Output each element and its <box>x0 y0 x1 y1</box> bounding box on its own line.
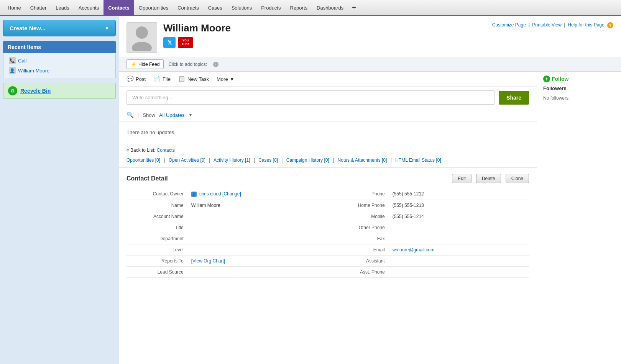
followers-label: Followers <box>543 85 615 93</box>
department-value <box>187 233 328 244</box>
feed-bar: ⚡ Hide Feed Click to add topics: i <box>119 57 621 72</box>
pipe-separator: | <box>138 112 139 118</box>
nav-leads[interactable]: Leads <box>51 0 74 16</box>
more-chevron-icon: ▼ <box>230 76 235 82</box>
nav-cases[interactable]: Cases <box>204 0 227 16</box>
nav-contacts[interactable]: Contacts <box>104 0 134 16</box>
main-content: William Moore 𝕏 YouTube Customize Page |… <box>119 16 621 364</box>
recycle-bin-link[interactable]: Recycle Bin <box>20 88 51 94</box>
nav-accounts[interactable]: Accounts <box>74 0 104 16</box>
recent-item-call[interactable]: 📞 Call <box>7 56 112 66</box>
printable-view-link[interactable]: Printable View <box>532 22 562 28</box>
owner-link[interactable]: cims cloud <box>199 191 221 197</box>
view-org-chart-link[interactable]: [View Org Chart] <box>191 258 225 264</box>
owner-change-link[interactable]: [Change] <box>222 191 241 197</box>
level-label: Level <box>127 244 187 255</box>
back-contacts-link[interactable]: Contacts <box>157 148 175 153</box>
assistant-value <box>389 255 529 266</box>
customize-page-link[interactable]: Customize Page <box>492 22 526 28</box>
name-label: Name <box>127 200 187 211</box>
lead-source-label: Lead Source <box>127 266 187 277</box>
asst-phone-label: Asst. Phone <box>328 266 389 277</box>
department-label: Department <box>127 233 187 244</box>
phone-label: Phone <box>328 189 389 200</box>
no-followers-text: No followers. <box>543 95 615 101</box>
add-topics-label[interactable]: Click to add topics: <box>168 62 207 67</box>
new-task-action[interactable]: 📋 New Task <box>178 75 209 82</box>
opportunities-link[interactable]: Opportunities [0] <box>127 157 160 163</box>
contact-icon: 👤 <box>9 67 16 74</box>
post-action[interactable]: 💬 Post <box>127 75 146 82</box>
notes-attachments-link[interactable]: Notes & Attachments [0] <box>338 157 387 163</box>
title-label: Title <box>127 222 187 233</box>
page-actions: Customize Page | Printable View | Help f… <box>492 22 613 28</box>
table-row: Account Name Mobile (555) 555-1214 <box>127 211 529 222</box>
account-name-value <box>187 211 328 222</box>
email-link[interactable]: wmoore@gmail.com <box>393 247 435 253</box>
updates-dropdown-arrow-icon[interactable]: ▼ <box>188 113 192 117</box>
recycle-bin-section[interactable]: ♻ Recycle Bin <box>3 83 116 99</box>
search-icon[interactable]: 🔍 <box>127 111 134 118</box>
help-link[interactable]: Help for this Page <box>568 22 604 28</box>
table-row: Lead Source Asst. Phone <box>127 266 529 277</box>
nav-contracts[interactable]: Contracts <box>173 0 204 16</box>
nav-opportunities[interactable]: Opportunities <box>134 0 173 16</box>
table-row: Contact Owner 👤 cims cloud [Change] Phon… <box>127 189 529 200</box>
show-label: Show <box>143 112 155 118</box>
topics-info-icon: i <box>213 62 219 67</box>
title-value <box>187 222 328 233</box>
sidebar: Create New... ▼ Recent Items 📞 Call 👤 Wi… <box>0 16 119 364</box>
nav-dashboards[interactable]: Dashboards <box>312 0 348 16</box>
more-dropdown[interactable]: More ▼ <box>217 76 235 82</box>
nav-reports[interactable]: Reports <box>285 0 312 16</box>
back-prefix: « Back to List: <box>127 148 157 153</box>
activity-history-link[interactable]: Activity History [1] <box>214 157 250 163</box>
share-button[interactable]: Share <box>499 91 529 105</box>
name-value: William Moore <box>187 200 328 211</box>
nav-plus[interactable]: + <box>348 4 360 12</box>
post-icon: 💬 <box>127 75 134 82</box>
recent-items-section: Recent Items 📞 Call 👤 William Moore <box>3 41 116 78</box>
file-icon: 📄 <box>153 75 161 82</box>
contact-info: William Moore 𝕏 YouTube <box>163 22 231 48</box>
edit-button[interactable]: Edit <box>452 174 472 183</box>
nav-chatter[interactable]: Chatter <box>26 0 51 16</box>
help-icon: ? <box>607 22 613 28</box>
content-with-sidebar: 💬 Post 📄 File 📋 New Task More ▼ <box>119 72 621 284</box>
file-action[interactable]: 📄 File <box>153 75 171 82</box>
other-phone-value <box>389 222 529 233</box>
call-icon: 📞 <box>9 57 16 64</box>
nav-home[interactable]: Home <box>3 0 26 16</box>
svg-point-1 <box>132 42 152 51</box>
nav-products[interactable]: Products <box>256 0 285 16</box>
delete-button[interactable]: Delete <box>476 174 501 183</box>
social-icons: 𝕏 YouTube <box>163 37 231 48</box>
cases-link[interactable]: Cases [0] <box>258 157 278 163</box>
create-new-arrow-icon: ▼ <box>105 26 109 31</box>
all-updates-link[interactable]: All Updates <box>159 112 184 118</box>
show-updates-bar: 🔍 | Show All Updates ▼ <box>119 108 537 122</box>
youtube-icon[interactable]: YouTube <box>178 37 193 48</box>
create-new-label: Create New... <box>10 25 46 31</box>
clone-button[interactable]: Clone <box>506 174 529 183</box>
fax-value <box>389 233 529 244</box>
recycle-bin-icon: ♻ <box>8 86 17 95</box>
hide-feed-button[interactable]: ⚡ Hide Feed <box>127 59 164 69</box>
recent-item-william-link[interactable]: William Moore <box>18 68 49 74</box>
table-row: Level Email wmoore@gmail.com <box>127 244 529 255</box>
html-email-status-link[interactable]: HTML Email Status [0] <box>395 157 441 163</box>
write-input[interactable]: Write something... <box>127 90 495 105</box>
open-activities-link[interactable]: Open Activities [0] <box>169 157 205 163</box>
campaign-history-link[interactable]: Campaign History [0] <box>286 157 329 163</box>
create-new-button[interactable]: Create New... ▼ <box>3 20 116 36</box>
follow-button[interactable]: + Follow <box>543 75 615 82</box>
feed-actions: 💬 Post 📄 File 📋 New Task More ▼ <box>119 72 537 87</box>
task-icon: 📋 <box>178 75 186 82</box>
account-name-label: Account Name <box>127 211 187 222</box>
contact-name: William Moore <box>163 22 231 34</box>
twitter-icon[interactable]: 𝕏 <box>163 37 176 48</box>
recent-item-william[interactable]: 👤 William Moore <box>7 66 112 75</box>
recent-item-call-link[interactable]: Call <box>18 58 26 64</box>
nav-solutions[interactable]: Solutions <box>227 0 256 16</box>
contact-owner-label: Contact Owner <box>127 189 187 200</box>
